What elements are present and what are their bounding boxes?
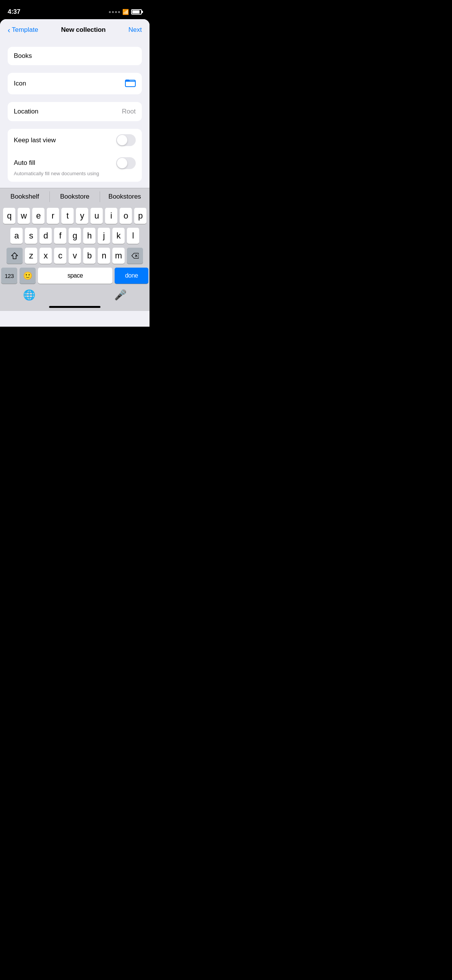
key-h[interactable]: h <box>83 228 95 244</box>
key-f[interactable]: f <box>54 228 66 244</box>
done-key[interactable]: done <box>115 268 148 284</box>
collection-name-input[interactable] <box>14 47 136 65</box>
next-button[interactable]: Next <box>128 26 142 34</box>
emoji-key[interactable]: 🙂 <box>20 268 36 284</box>
icon-card: Icon <box>8 73 142 94</box>
key-y[interactable]: y <box>76 208 88 224</box>
nav-bar: ‹ Template New collection Next <box>0 19 150 41</box>
bottom-toolbar: 🌐 🎤 <box>0 287 150 306</box>
form-content: Icon Location Root Keep la <box>0 41 150 188</box>
home-bar <box>49 306 100 308</box>
shift-key[interactable] <box>7 248 23 264</box>
key-z[interactable]: z <box>25 248 37 264</box>
app-container: ‹ Template New collection Next Icon <box>0 19 150 327</box>
key-x[interactable]: x <box>39 248 52 264</box>
key-a[interactable]: a <box>10 228 23 244</box>
autocomplete-bookshelf[interactable]: Bookshelf <box>0 193 49 201</box>
back-button[interactable]: ‹ Template <box>8 26 38 34</box>
key-i[interactable]: i <box>105 208 117 224</box>
autocomplete-bookstores[interactable]: Bookstores <box>100 193 150 201</box>
key-o[interactable]: o <box>120 208 132 224</box>
autocomplete-bookstore[interactable]: Bookstore <box>50 193 99 201</box>
status-icons: 📶 <box>109 9 142 15</box>
key-j[interactable]: j <box>98 228 110 244</box>
keyboard-row-1: q w e r t y u i o p <box>1 208 148 224</box>
page-title: New collection <box>61 26 105 34</box>
status-bar: 4:37 📶 <box>0 0 150 19</box>
key-k[interactable]: k <box>112 228 125 244</box>
key-d[interactable]: d <box>39 228 52 244</box>
icon-row[interactable]: Icon <box>14 73 136 94</box>
key-p[interactable]: p <box>134 208 146 224</box>
location-row[interactable]: Location Root <box>14 102 136 121</box>
keep-last-view-row: Keep last view <box>14 129 136 151</box>
key-v[interactable]: v <box>69 248 81 264</box>
wifi-icon: 📶 <box>122 9 129 15</box>
auto-fill-toggle[interactable] <box>116 157 136 169</box>
key-e[interactable]: e <box>32 208 44 224</box>
location-value: Root <box>122 108 136 115</box>
key-u[interactable]: u <box>90 208 103 224</box>
auto-fill-description: Automatically fill new documents using <box>14 171 136 182</box>
microphone-icon[interactable]: 🎤 <box>114 289 127 301</box>
chevron-left-icon: ‹ <box>8 26 10 34</box>
key-g[interactable]: g <box>69 228 81 244</box>
globe-icon[interactable]: 🌐 <box>23 289 35 301</box>
keyboard-row-4: 123 🙂 space done <box>1 268 148 284</box>
key-c[interactable]: c <box>54 248 66 264</box>
signal-icon <box>109 11 120 13</box>
folder-icon <box>125 78 136 89</box>
keyboard: q w e r t y u i o p a s d f g h j k l <box>0 205 150 287</box>
keyboard-row-2: a s d f g h j k l <box>1 228 148 244</box>
key-n[interactable]: n <box>98 248 110 264</box>
toggle-knob-2 <box>117 158 127 168</box>
autocomplete-bar: Bookshelf Bookstore Bookstores <box>0 188 150 205</box>
key-r[interactable]: r <box>47 208 59 224</box>
key-q[interactable]: q <box>3 208 15 224</box>
auto-fill-row: Auto fill <box>14 151 136 171</box>
keep-last-view-label: Keep last view <box>14 136 56 144</box>
keep-last-view-toggle[interactable] <box>116 134 136 146</box>
auto-fill-label: Auto fill <box>14 159 35 167</box>
home-indicator-area <box>0 306 150 311</box>
key-l[interactable]: l <box>127 228 139 244</box>
icon-label: Icon <box>14 80 26 87</box>
back-label: Template <box>12 26 38 34</box>
key-b[interactable]: b <box>83 248 95 264</box>
keyboard-row-3: z x c v b n m <box>1 248 148 264</box>
numbers-key[interactable]: 123 <box>1 268 17 284</box>
delete-key[interactable] <box>127 248 143 264</box>
space-key[interactable]: space <box>38 268 112 284</box>
key-s[interactable]: s <box>25 228 37 244</box>
battery-icon <box>131 9 142 15</box>
options-card: Keep last view Auto fill Automatically f… <box>8 129 142 182</box>
auto-fill-section: Auto fill Automatically fill new documen… <box>14 151 136 182</box>
key-m[interactable]: m <box>112 248 125 264</box>
key-t[interactable]: t <box>61 208 74 224</box>
location-card: Location Root <box>8 102 142 121</box>
toggle-knob <box>117 135 127 145</box>
name-card <box>8 47 142 65</box>
location-label: Location <box>14 108 38 115</box>
key-w[interactable]: w <box>18 208 30 224</box>
status-time: 4:37 <box>8 8 20 16</box>
